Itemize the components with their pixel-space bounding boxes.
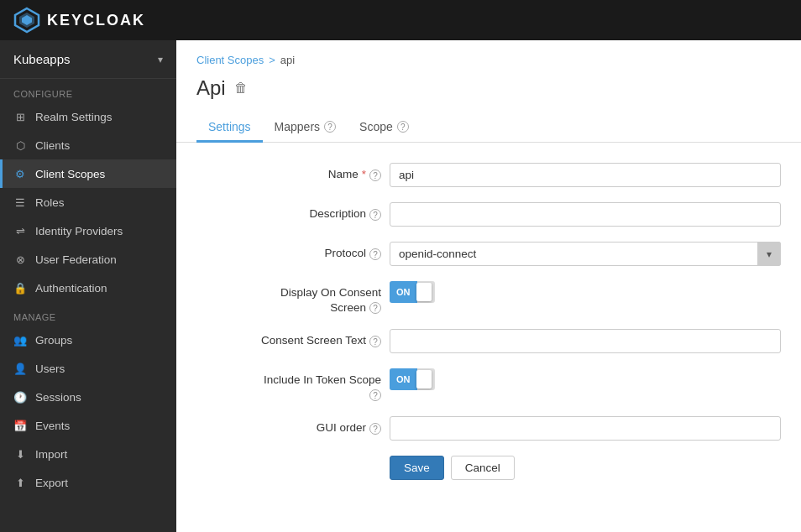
consent-text-input[interactable]	[390, 329, 781, 353]
cancel-button[interactable]: Cancel	[451, 456, 515, 480]
delete-icon[interactable]: 🗑	[234, 81, 248, 96]
include-token-toggle-handle	[416, 370, 432, 389]
consent-text-label-text: Consent Screen Text	[261, 334, 366, 347]
tab-mappers[interactable]: Mappers ?	[263, 113, 348, 143]
sidebar-item-client-scopes[interactable]: ⚙ Client Scopes	[0, 159, 176, 188]
sidebar-label-clients: Clients	[35, 139, 70, 152]
sidebar-item-clients[interactable]: ⬡ Clients	[0, 131, 176, 159]
sidebar-label-realm-settings: Realm Settings	[35, 111, 113, 123]
include-token-toggle[interactable]: ON	[390, 368, 435, 390]
sidebar: Kubeapps ▾ Configure ⊞ Realm Settings ⬡ …	[0, 40, 176, 532]
protocol-row: Protocol ? openid-connect saml ▾	[196, 242, 781, 266]
description-input[interactable]	[390, 202, 781, 227]
include-token-control-wrap: ON	[390, 368, 781, 390]
sidebar-item-identity-providers[interactable]: ⇌ Identity Providers	[0, 216, 176, 245]
scope-help-icon[interactable]: ?	[397, 121, 409, 133]
display-consent-label: Display On Consent Screen ?	[196, 281, 381, 314]
protocol-control-wrap: openid-connect saml ▾	[390, 242, 781, 266]
export-icon: ⬆	[13, 476, 27, 489]
topbar: KEYCLOAK	[0, 0, 801, 40]
display-consent-toggle-wrap: ON	[390, 281, 781, 303]
protocol-select[interactable]: openid-connect saml	[390, 242, 781, 266]
sidebar-item-users[interactable]: 👤 Users	[0, 354, 176, 383]
mappers-help-icon[interactable]: ?	[324, 121, 336, 133]
sidebar-item-realm-settings[interactable]: ⊞ Realm Settings	[0, 102, 176, 131]
gui-order-label: GUI order ?	[196, 416, 381, 435]
button-row: Save Cancel	[196, 456, 781, 480]
description-control-wrap	[390, 202, 781, 227]
import-icon: ⬇	[13, 447, 27, 461]
calendar-icon: 📅	[13, 419, 27, 432]
database-icon: ⊗	[13, 253, 27, 266]
share-icon: ⇌	[13, 224, 27, 237]
configure-section-label: Configure	[0, 79, 176, 102]
sidebar-item-user-federation[interactable]: ⊗ User Federation	[0, 245, 176, 274]
tab-scope-label: Scope	[359, 120, 393, 133]
description-label: Description ?	[196, 202, 381, 221]
include-token-label: Include In Token Scope ?	[196, 368, 381, 401]
sidebar-label-users: Users	[35, 362, 65, 375]
realm-name: Kubeapps	[13, 52, 71, 66]
sidebar-label-import: Import	[35, 448, 67, 461]
page-title: Api	[196, 76, 226, 100]
description-row: Description ?	[196, 202, 781, 227]
sidebar-item-sessions[interactable]: 🕐 Sessions	[0, 383, 176, 411]
lock-icon: 🔒	[13, 281, 27, 295]
tab-mappers-label: Mappers	[275, 120, 320, 133]
sidebar-label-roles: Roles	[35, 196, 65, 209]
users-cog-icon: ⚙	[13, 167, 27, 180]
breadcrumb-current: api	[280, 54, 295, 66]
page-header: Api 🗑	[176, 73, 801, 100]
consent-text-help-icon[interactable]: ?	[369, 336, 381, 347]
chevron-down-icon: ▾	[158, 54, 163, 65]
description-label-text: Description	[309, 207, 366, 220]
toggle-on-label: ON	[390, 281, 417, 303]
logo-text: KEYCLOAK	[47, 12, 145, 29]
sidebar-label-export: Export	[35, 477, 68, 489]
protocol-select-wrap: openid-connect saml ▾	[390, 242, 781, 266]
display-consent-help-icon[interactable]: ?	[369, 302, 381, 314]
tab-settings[interactable]: Settings	[196, 113, 263, 143]
main-content: Client Scopes > api Api 🗑 Settings Mappe…	[176, 40, 801, 532]
tab-settings-label: Settings	[208, 120, 251, 133]
gui-order-input[interactable]	[390, 416, 781, 441]
protocol-help-icon[interactable]: ?	[369, 248, 381, 260]
description-help-icon[interactable]: ?	[369, 209, 381, 221]
breadcrumb: Client Scopes > api	[176, 40, 801, 73]
display-consent-label-text-1: Display On Consent	[280, 286, 381, 299]
name-input[interactable]	[390, 163, 781, 187]
tabs: Settings Mappers ? Scope ?	[176, 100, 801, 143]
manage-section-label: Manage	[0, 302, 176, 326]
tab-scope[interactable]: Scope ?	[348, 113, 421, 143]
consent-text-row: Consent Screen Text ?	[196, 329, 781, 353]
sidebar-item-roles[interactable]: ☰ Roles	[0, 188, 176, 216]
gui-order-label-text: GUI order	[317, 421, 366, 434]
sidebar-label-client-scopes: Client Scopes	[35, 168, 105, 180]
sidebar-label-identity-providers: Identity Providers	[35, 225, 123, 237]
protocol-label-text: Protocol	[324, 247, 366, 259]
list-icon: ☰	[13, 196, 27, 209]
form-area: Name * ? Description ?	[176, 143, 801, 500]
sidebar-item-authentication[interactable]: 🔒 Authentication	[0, 274, 176, 302]
save-button[interactable]: Save	[390, 456, 444, 480]
sidebar-item-export[interactable]: ⬆ Export	[0, 468, 176, 497]
logo: KEYCLOAK	[13, 7, 145, 34]
grid-icon: ⊞	[13, 110, 27, 123]
consent-text-control-wrap	[390, 329, 781, 353]
name-help-icon[interactable]: ?	[369, 170, 381, 181]
sidebar-label-authentication: Authentication	[35, 282, 107, 295]
realm-selector[interactable]: Kubeapps ▾	[0, 40, 176, 79]
gui-order-help-icon[interactable]: ?	[369, 423, 381, 435]
sidebar-item-import[interactable]: ⬇ Import	[0, 440, 176, 468]
sidebar-label-events: Events	[35, 420, 70, 432]
display-consent-toggle[interactable]: ON	[390, 281, 435, 303]
include-token-label-text: Include In Token Scope	[264, 373, 381, 386]
include-token-toggle-on-label: ON	[390, 368, 417, 390]
include-token-toggle-wrap: ON	[390, 368, 781, 390]
sidebar-item-events[interactable]: 📅 Events	[0, 411, 176, 440]
include-token-help-icon[interactable]: ?	[369, 389, 381, 401]
display-consent-control-wrap: ON	[390, 281, 781, 303]
breadcrumb-parent[interactable]: Client Scopes	[196, 54, 264, 66]
sidebar-item-groups[interactable]: 👥 Groups	[0, 326, 176, 354]
display-consent-label-text-2: Screen	[330, 301, 366, 314]
